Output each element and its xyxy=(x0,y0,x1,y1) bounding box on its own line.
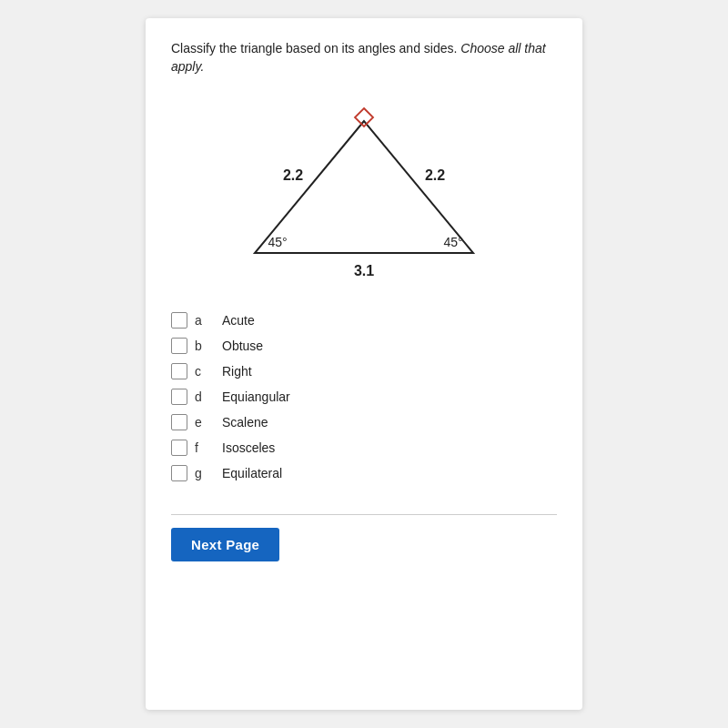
angle-right-label: 45° xyxy=(443,235,462,249)
checkbox-c[interactable] xyxy=(171,363,187,379)
instruction-text: Classify the triangle based on its angle… xyxy=(171,40,557,76)
next-page-button[interactable]: Next Page xyxy=(171,528,279,561)
angle-left-label: 45° xyxy=(268,235,287,249)
choice-letter-g: g xyxy=(195,466,213,480)
choice-label-a: Acute xyxy=(222,313,255,328)
choice-label-f: Isosceles xyxy=(222,440,275,455)
choice-label-e: Scalene xyxy=(222,415,268,430)
choice-letter-d: d xyxy=(195,389,213,404)
divider xyxy=(171,514,557,515)
choice-letter-a: a xyxy=(195,313,213,328)
choice-label-d: Equiangular xyxy=(222,389,290,404)
choices-list: aAcutebObtusecRightdEquiangulareScalenef… xyxy=(171,312,557,481)
side-left-label: 2.2 xyxy=(283,167,303,183)
choice-label-c: Right xyxy=(222,364,252,379)
choice-item-f: fIsosceles xyxy=(171,440,557,456)
base-label: 3.1 xyxy=(354,263,374,278)
choice-item-e: eScalene xyxy=(171,414,557,430)
choice-item-a: aAcute xyxy=(171,312,557,329)
choice-item-c: cRight xyxy=(171,363,557,379)
triangle-svg: 2.2 2.2 3.1 45° 45° xyxy=(228,94,500,285)
choice-item-b: bObtuse xyxy=(171,338,557,354)
checkbox-a[interactable] xyxy=(171,312,187,329)
choice-label-b: Obtuse xyxy=(222,339,263,353)
checkbox-e[interactable] xyxy=(171,414,187,430)
choice-letter-e: e xyxy=(195,415,213,430)
choice-letter-c: c xyxy=(195,364,213,379)
choice-letter-f: f xyxy=(195,440,213,455)
checkbox-b[interactable] xyxy=(171,338,187,354)
choice-letter-b: b xyxy=(195,339,213,353)
choice-item-g: gEquilateral xyxy=(171,465,557,481)
svg-marker-1 xyxy=(355,108,373,126)
checkbox-d[interactable] xyxy=(171,389,187,405)
checkbox-g[interactable] xyxy=(171,465,187,481)
triangle-diagram: 2.2 2.2 3.1 45° 45° xyxy=(171,94,557,285)
side-right-label: 2.2 xyxy=(425,167,445,183)
svg-marker-0 xyxy=(255,121,473,253)
choice-label-g: Equilateral xyxy=(222,466,282,480)
checkbox-f[interactable] xyxy=(171,440,187,456)
page-container: Classify the triangle based on its angle… xyxy=(146,18,582,710)
choice-item-d: dEquiangular xyxy=(171,389,557,405)
